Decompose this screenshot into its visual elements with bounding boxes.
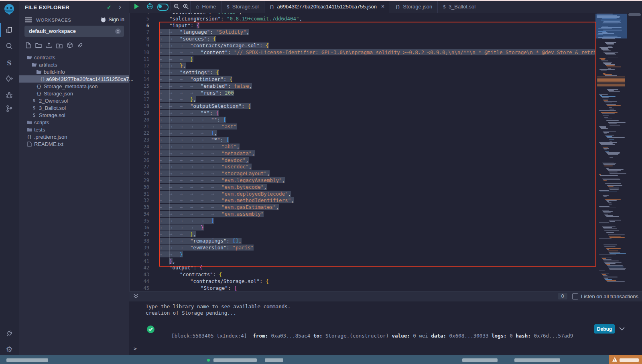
line-number: 5	[146, 16, 149, 22]
chevron-right-icon[interactable]: ›	[119, 3, 121, 11]
minimap-row	[609, 140, 614, 140]
line-number: 44	[144, 278, 149, 285]
minimap-row	[601, 193, 606, 194]
minimap-row	[601, 71, 607, 71]
minimap-row	[604, 230, 619, 231]
upload-folder-icon[interactable]	[56, 42, 63, 49]
workspace-select[interactable]: default_workspace	[24, 26, 124, 37]
ai-copilot-toggle[interactable]	[157, 4, 169, 11]
line-number: 24	[144, 144, 149, 150]
line-number: 43	[144, 271, 149, 278]
tree-item-tests[interactable]: tests	[19, 126, 129, 133]
minimap-row	[601, 144, 615, 145]
minimap-row	[603, 40, 616, 40]
minimap-row	[605, 53, 615, 54]
code-line-26: →→→→→→"devdoc",	[159, 157, 249, 164]
code-line-44: "contracts/Storage.sol": {	[159, 278, 269, 285]
minimap-row	[606, 248, 621, 249]
minimap-row	[609, 109, 614, 109]
tree-item--prettierrc-json[interactable]: {}.prettierrc.json	[19, 133, 129, 140]
solidity-compiler-icon[interactable]: S	[0, 56, 18, 70]
new-file-icon[interactable]	[24, 42, 32, 49]
listen-all-label: Listen on all transactions	[581, 293, 638, 299]
minimap-row	[599, 110, 616, 111]
minimap-row	[603, 229, 617, 229]
tab-storage-json[interactable]: {}Storage.json	[390, 0, 438, 13]
minimap-row	[607, 89, 619, 90]
plugin-manager-icon[interactable]	[0, 327, 18, 340]
collapse-terminal-icon[interactable]	[133, 294, 138, 299]
window-top-edge	[0, 0, 642, 1]
minimap-row	[609, 188, 619, 188]
new-folder-icon[interactable]	[35, 42, 42, 49]
solidity-file-icon: S	[227, 4, 230, 10]
settings-gear-icon[interactable]: ⚙	[0, 342, 18, 356]
tree-item-storage-metadata-json[interactable]: {}Storage_metadata.json	[19, 83, 129, 90]
link-icon[interactable]	[77, 42, 84, 49]
minimap-row	[604, 214, 608, 214]
tree-item-storage-sol[interactable]: SStorage.sol	[19, 111, 129, 119]
editor-code[interactable]: "solcVersion": "0.8.19","solcLongVersion…	[159, 13, 595, 291]
tree-item-readme-txt[interactable]: README.txt	[19, 140, 129, 148]
listen-all-checkbox[interactable]	[572, 293, 578, 299]
zoom-out-icon[interactable]	[173, 3, 180, 10]
file-explorer-panel: FILE EXPLORER ✓ › WORKSPACES Sign in def…	[19, 0, 130, 355]
minimap-row	[601, 112, 617, 113]
remixai-robot-icon[interactable]	[146, 3, 154, 10]
code-line-33: →→→→→→"evm.gasEstimates",	[159, 204, 279, 211]
tree-item-a69b43f277ba20fcac141151250ca7-[interactable]: {}a69b43f277ba20fcac141151250ca7...	[19, 75, 129, 83]
remix-logo-icon[interactable]	[0, 2, 18, 16]
minimap-row	[606, 152, 620, 153]
minimap-row	[608, 186, 614, 187]
zoom-in-icon[interactable]	[183, 3, 189, 10]
tree-item-3-ballot-sol[interactable]: S3_Ballot.sol	[19, 104, 129, 111]
minimap-row	[604, 133, 607, 134]
statusbar-text-fragment	[213, 358, 257, 362]
stepper-icon	[115, 28, 121, 34]
minimap-row	[608, 122, 626, 123]
scrollbar-thumb[interactable]	[628, 13, 641, 16]
minimap-row	[603, 74, 612, 75]
tree-item-2-owner-sol[interactable]: S2_Owner.sol	[19, 97, 129, 104]
tree-item-contracts[interactable]: contracts	[19, 54, 129, 61]
close-tab-icon[interactable]: ×	[381, 3, 384, 10]
tab-storage-sol[interactable]: SStorage.sol	[221, 0, 264, 13]
connection-status-dot	[207, 359, 210, 362]
code-line-35: →→→→→]	[159, 218, 214, 224]
minimap-row	[605, 151, 609, 152]
transaction-log[interactable]: [block:5583405 txIndex:4] from: 0xa03...…	[159, 327, 573, 345]
debug-button[interactable]: Debug	[594, 324, 615, 334]
line-number: 21	[144, 123, 149, 130]
debugger-icon[interactable]	[0, 89, 18, 102]
tree-item-storage-json[interactable]: {}Storage.json	[19, 90, 129, 97]
git-icon[interactable]	[0, 102, 18, 115]
ipfs-cube-icon[interactable]	[66, 42, 73, 49]
tab-a69b43f277ba20fcac141151250ca755-json[interactable]: {}a69b43f277ba20fcac141151250ca755.json×	[264, 0, 390, 13]
chevron-down-icon[interactable]	[619, 327, 625, 331]
upload-file-icon[interactable]	[45, 42, 53, 49]
terminal[interactable]: Type the library name to see available c…	[129, 301, 642, 355]
minimap-row	[603, 259, 612, 260]
workspaces-label: WORKSPACES	[36, 18, 71, 22]
minimap-row	[606, 280, 616, 281]
minimap-row	[609, 91, 620, 92]
minimap-row	[602, 146, 611, 147]
json-file-icon: {}	[270, 5, 274, 9]
run-script-button[interactable]	[134, 4, 139, 9]
search-icon[interactable]	[0, 39, 18, 53]
tree-item-scripts[interactable]: scripts	[19, 119, 129, 126]
deploy-and-run-icon[interactable]	[0, 72, 18, 86]
tab-3-ballot-sol[interactable]: S3_Ballot.sol	[438, 0, 481, 13]
sign-in-button[interactable]: Sign in	[100, 16, 124, 22]
minimap-row	[601, 273, 608, 274]
minimap-row	[606, 232, 614, 233]
workspace-name: default_workspace	[29, 28, 76, 34]
tab-home[interactable]: ⌂Home	[191, 0, 221, 13]
tree-item-build-info[interactable]: build-info	[19, 68, 129, 75]
tree-item-artifacts[interactable]: artifacts	[19, 61, 129, 68]
scam-alert-badge[interactable]	[609, 355, 642, 364]
hamburger-menu-icon[interactable]	[25, 17, 32, 22]
terminal-toolbar: 0 Listen on all transactions	[129, 291, 642, 302]
minimap[interactable]	[595, 13, 627, 285]
file-explorer-icon[interactable]	[0, 23, 18, 37]
